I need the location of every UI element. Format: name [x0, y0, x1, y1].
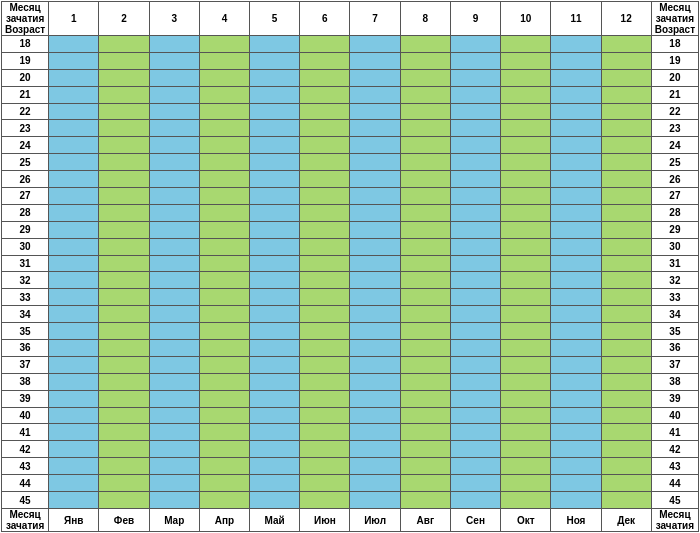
cell-age29-month4 [199, 221, 249, 238]
cell-age26-month11 [551, 171, 601, 188]
age-right-35: 35 [651, 323, 698, 340]
age-right-18: 18 [651, 36, 698, 53]
cell-age44-month7 [350, 475, 400, 492]
cell-age38-month9 [450, 373, 500, 390]
age-right-32: 32 [651, 272, 698, 289]
table-row: 2121 [2, 86, 699, 103]
cell-age29-month5 [250, 221, 300, 238]
cell-age30-month5 [250, 238, 300, 255]
cell-age20-month6 [300, 69, 350, 86]
table-row: 3939 [2, 390, 699, 407]
cell-age20-month10 [501, 69, 551, 86]
cell-age34-month11 [551, 306, 601, 323]
cell-age42-month7 [350, 441, 400, 458]
cell-age27-month11 [551, 188, 601, 205]
cell-age36-month6 [300, 340, 350, 357]
cell-age38-month1 [49, 373, 99, 390]
conception-calendar: МесяцзачатияВозраст 1 2 3 4 5 6 7 8 9 10… [1, 1, 699, 532]
age-left-44: 44 [2, 475, 49, 492]
cell-age32-month1 [49, 272, 99, 289]
cell-age25-month2 [99, 154, 149, 171]
age-right-21: 21 [651, 86, 698, 103]
cell-age26-month7 [350, 171, 400, 188]
cell-age27-month5 [250, 188, 300, 205]
cell-age34-month2 [99, 306, 149, 323]
cell-age45-month5 [250, 492, 300, 509]
footer-month-oct: Окт [501, 509, 551, 532]
cell-age35-month6 [300, 323, 350, 340]
age-left-40: 40 [2, 407, 49, 424]
cell-age39-month2 [99, 390, 149, 407]
cell-age21-month6 [300, 86, 350, 103]
cell-age36-month1 [49, 340, 99, 357]
cell-age45-month8 [400, 492, 450, 509]
cell-age40-month4 [199, 407, 249, 424]
cell-age23-month8 [400, 120, 450, 137]
cell-age19-month10 [501, 52, 551, 69]
cell-age28-month7 [350, 204, 400, 221]
month-num-3: 3 [149, 2, 199, 36]
cell-age41-month10 [501, 424, 551, 441]
cell-age20-month4 [199, 69, 249, 86]
cell-age37-month4 [199, 356, 249, 373]
cell-age35-month2 [99, 323, 149, 340]
cell-age24-month11 [551, 137, 601, 154]
age-right-23: 23 [651, 120, 698, 137]
age-left-36: 36 [2, 340, 49, 357]
cell-age19-month9 [450, 52, 500, 69]
cell-age28-month6 [300, 204, 350, 221]
cell-age37-month5 [250, 356, 300, 373]
cell-age37-month1 [49, 356, 99, 373]
cell-age29-month10 [501, 221, 551, 238]
month-num-4: 4 [199, 2, 249, 36]
table-row: 2727 [2, 188, 699, 205]
cell-age18-month4 [199, 36, 249, 53]
age-right-25: 25 [651, 154, 698, 171]
cell-age36-month8 [400, 340, 450, 357]
cell-age39-month3 [149, 390, 199, 407]
cell-age37-month12 [601, 356, 651, 373]
cell-age22-month11 [551, 103, 601, 120]
cell-age40-month7 [350, 407, 400, 424]
cell-age26-month10 [501, 171, 551, 188]
age-right-44: 44 [651, 475, 698, 492]
cell-age30-month3 [149, 238, 199, 255]
cell-age38-month6 [300, 373, 350, 390]
cell-age34-month7 [350, 306, 400, 323]
age-left-34: 34 [2, 306, 49, 323]
cell-age29-month2 [99, 221, 149, 238]
cell-age33-month6 [300, 289, 350, 306]
cell-age40-month3 [149, 407, 199, 424]
month-num-9: 9 [450, 2, 500, 36]
cell-age36-month9 [450, 340, 500, 357]
cell-age45-month12 [601, 492, 651, 509]
cell-age43-month3 [149, 458, 199, 475]
cell-age45-month9 [450, 492, 500, 509]
age-left-33: 33 [2, 289, 49, 306]
cell-age18-month7 [350, 36, 400, 53]
cell-age22-month10 [501, 103, 551, 120]
cell-age37-month6 [300, 356, 350, 373]
cell-age38-month2 [99, 373, 149, 390]
cell-age31-month5 [250, 255, 300, 272]
cell-age27-month8 [400, 188, 450, 205]
cell-age18-month10 [501, 36, 551, 53]
age-right-24: 24 [651, 137, 698, 154]
age-right-20: 20 [651, 69, 698, 86]
cell-age28-month1 [49, 204, 99, 221]
cell-age23-month5 [250, 120, 300, 137]
table-row: 1818 [2, 36, 699, 53]
cell-age26-month2 [99, 171, 149, 188]
cell-age22-month2 [99, 103, 149, 120]
cell-age40-month11 [551, 407, 601, 424]
cell-age22-month7 [350, 103, 400, 120]
age-right-28: 28 [651, 204, 698, 221]
cell-age30-month6 [300, 238, 350, 255]
table-row: 3232 [2, 272, 699, 289]
table-row: 1919 [2, 52, 699, 69]
cell-age33-month4 [199, 289, 249, 306]
cell-age26-month4 [199, 171, 249, 188]
cell-age37-month9 [450, 356, 500, 373]
cell-age30-month4 [199, 238, 249, 255]
cell-age24-month2 [99, 137, 149, 154]
